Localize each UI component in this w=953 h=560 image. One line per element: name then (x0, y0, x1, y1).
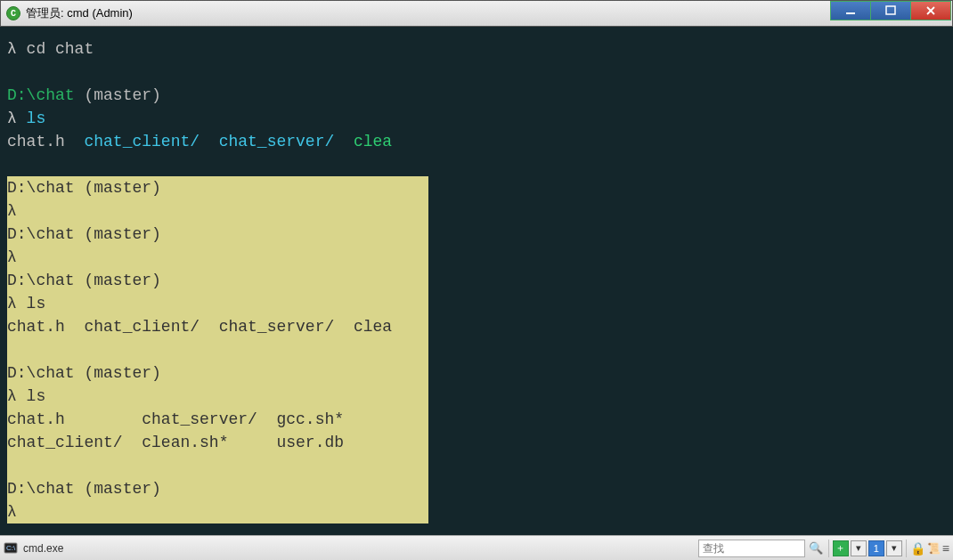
terminal-text: λ cd chat D:\chat (master) λ ls chat.h c… (7, 37, 946, 523)
tab-icon: C:\ (4, 541, 18, 556)
svg-rect-0 (846, 12, 855, 14)
tab-label[interactable]: cmd.exe (23, 542, 63, 555)
menu-icon[interactable]: ≡ (942, 541, 949, 556)
close-icon (925, 5, 936, 16)
console-index-button[interactable]: 1 (868, 540, 884, 556)
window-buttons (831, 1, 951, 20)
terminal-output[interactable]: chat.h chat_client/ chat_server/ clea D:… (0, 27, 953, 535)
divider (828, 540, 829, 557)
svg-text:C:\: C:\ (6, 544, 16, 552)
new-tab-button[interactable]: ＋ (833, 540, 849, 556)
console-dropdown[interactable]: ▾ (886, 540, 902, 556)
minimize-icon (845, 5, 856, 16)
chevron-down-icon: ▾ (856, 542, 861, 554)
statusbar-left: C:\ cmd.exe (4, 541, 693, 556)
plus-icon: ＋ (835, 541, 845, 555)
lock-icon[interactable]: 🔒 (910, 541, 925, 556)
statusbar-right: 🔍 ＋ ▾ 1 ▾ 🔒 📜 ≡ (698, 540, 949, 557)
console-index: 1 (874, 543, 879, 554)
search-input[interactable] (698, 540, 805, 557)
scroll-icon[interactable]: 📜 (927, 542, 941, 555)
window-titlebar: C 管理员: cmd (Admin) (0, 0, 953, 27)
svg-rect-1 (886, 6, 895, 14)
app-icon: C (6, 6, 20, 20)
status-bar: C:\ cmd.exe 🔍 ＋ ▾ 1 ▾ 🔒 📜 ≡ (0, 535, 953, 560)
divider (906, 540, 907, 557)
chevron-down-icon: ▾ (892, 542, 897, 554)
maximize-button[interactable] (870, 1, 911, 20)
minimize-button[interactable] (830, 1, 871, 20)
window-title: 管理员: cmd (Admin) (26, 5, 133, 21)
close-button[interactable] (910, 1, 951, 20)
maximize-icon (885, 5, 896, 16)
titlebar-left: C 管理员: cmd (Admin) (1, 5, 133, 21)
search-icon[interactable]: 🔍 (807, 541, 825, 555)
new-tab-dropdown[interactable]: ▾ (851, 540, 867, 556)
